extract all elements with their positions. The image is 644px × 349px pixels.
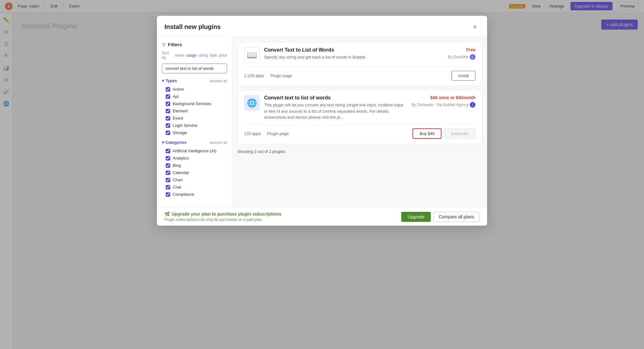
- type-event[interactable]: Event: [162, 115, 227, 122]
- plugin-1-icon: 📖: [244, 47, 260, 63]
- plugin-1-info: Convert Text to List of Words Specify an…: [264, 47, 443, 60]
- plugin-2-stats: 129 apps Plugin page: [244, 131, 289, 136]
- plugin-2-icon: 🌐: [244, 95, 260, 111]
- type-api-checkbox[interactable]: [166, 94, 170, 99]
- sort-price[interactable]: price: [219, 53, 227, 58]
- plugin-2-info: Convert text to list of words This plugi…: [264, 95, 407, 121]
- sort-usage[interactable]: usage: [186, 53, 197, 58]
- upgrade-main-text: 🌿 Upgrade your plan to purchase plugin s…: [164, 211, 281, 217]
- categories-title[interactable]: Categories: [162, 140, 186, 145]
- showing-count: Showing 2 out of 2 plugins: [237, 148, 482, 158]
- modal-header: Install new plugins ×: [157, 16, 487, 37]
- cat-calendar[interactable]: Calendar: [162, 169, 227, 176]
- plugin-card-1-top: 📖 Convert Text to List of Words Specify …: [244, 47, 475, 63]
- plugin-results: 📖 Convert Text to List of Words Specify …: [232, 37, 487, 226]
- sort-date[interactable]: date: [210, 53, 217, 58]
- cat-ai[interactable]: Artificial Intelligence (AI): [162, 147, 227, 155]
- cat-analytics-checkbox[interactable]: [166, 156, 170, 160]
- upgrade-button[interactable]: Upgrade: [401, 212, 431, 222]
- plugin-2-price: $40 once or $4/month: [430, 95, 475, 100]
- plugin-card-2-top: 🌐 Convert text to list of words This plu…: [244, 95, 475, 121]
- type-element[interactable]: Element: [162, 107, 227, 115]
- cat-blog-checkbox[interactable]: [166, 163, 170, 168]
- type-background-services[interactable]: Background Services: [162, 100, 227, 107]
- upgrade-sub-text: Plugin subscriptions can only be purchas…: [164, 217, 281, 222]
- cat-chat-checkbox[interactable]: [166, 185, 170, 189]
- cat-compliance-checkbox[interactable]: [166, 192, 170, 197]
- categories-chevron: [162, 140, 164, 145]
- plugin-2-page-link[interactable]: Plugin page: [267, 131, 289, 136]
- upgrade-bar: 🌿 Upgrade your plan to purchase plugin s…: [157, 207, 487, 226]
- types-deselect-all[interactable]: deselect all: [210, 79, 227, 83]
- modal-title: Install new plugins: [164, 23, 221, 31]
- plugin-2-desc: This plugin will let you convert any tex…: [264, 102, 407, 121]
- filter-icon: ▽: [162, 42, 165, 47]
- type-element-checkbox[interactable]: [166, 109, 170, 113]
- plugin-1-stats: 1,228 apps Plugin page: [244, 73, 292, 78]
- plugin-card-2: 🌐 Convert text to list of words This plu…: [237, 90, 482, 144]
- plugin-1-desc: Specify any string and get back a list o…: [264, 54, 443, 60]
- plugin-search-input[interactable]: [162, 64, 227, 73]
- plugin-1-page-link[interactable]: Plugin page: [270, 73, 292, 78]
- cat-compliance[interactable]: Compliance: [162, 191, 227, 198]
- categories-section-header: Categories deselect all: [162, 140, 227, 145]
- type-api[interactable]: Api: [162, 93, 227, 100]
- types-chevron: [162, 78, 164, 83]
- plugin-1-avatar: E: [470, 54, 475, 60]
- type-background-checkbox[interactable]: [166, 102, 170, 106]
- plugin-2-by: By Zeroqode · Top Bubble Agency Z: [412, 102, 475, 108]
- plugin-1-by: By Evanlittle E: [448, 54, 475, 60]
- plugin-1-install-button[interactable]: Install: [452, 71, 475, 81]
- categories-deselect-all[interactable]: deselect all: [210, 141, 227, 144]
- type-storage-checkbox[interactable]: [166, 131, 170, 135]
- type-action-checkbox[interactable]: [166, 87, 170, 92]
- install-plugins-modal: Install new plugins × ▽ Filters Sort by …: [157, 16, 487, 226]
- plugin-2-name: Convert text to list of words: [264, 95, 407, 101]
- upgrade-icon: 🌿: [164, 211, 170, 217]
- plugin-2-buy-button[interactable]: Buy $40: [413, 128, 441, 139]
- plugin-1-apps: 1,228 apps: [244, 73, 264, 78]
- type-action[interactable]: Action: [162, 86, 227, 93]
- filters-label: Filters: [168, 42, 182, 47]
- plugin-2-avatar: Z: [470, 102, 475, 108]
- modal-body: ▽ Filters Sort by name usage rating date…: [157, 37, 487, 226]
- plugin-1-name: Convert Text to List of Words: [264, 47, 443, 53]
- types-section-header: Types deselect all: [162, 78, 227, 83]
- type-login-service[interactable]: Login Service: [162, 122, 227, 129]
- cat-calendar-checkbox[interactable]: [166, 171, 170, 175]
- filter-sidebar: ▽ Filters Sort by name usage rating date…: [157, 37, 232, 226]
- compare-plans-button[interactable]: Compare all plans: [433, 212, 480, 222]
- modal-overlay: Install new plugins × ▽ Filters Sort by …: [0, 0, 644, 349]
- types-title[interactable]: Types: [162, 78, 177, 83]
- type-storage[interactable]: Storage: [162, 129, 227, 136]
- sort-by-label: Sort by: [162, 51, 173, 60]
- cat-chat[interactable]: Chat: [162, 183, 227, 191]
- type-login-checkbox[interactable]: [166, 123, 170, 128]
- plugin-2-subscribe-button[interactable]: Subscribe: [444, 128, 475, 139]
- sort-name[interactable]: name: [175, 53, 184, 58]
- sort-row: Sort by name usage rating date price: [162, 51, 227, 60]
- sort-rating[interactable]: rating: [198, 53, 208, 58]
- plugin-2-actions: Buy $40 Subscribe: [413, 128, 475, 139]
- cat-blog[interactable]: Blog: [162, 162, 227, 169]
- cat-chart[interactable]: Chart: [162, 176, 227, 183]
- upgrade-actions: Upgrade Compare all plans: [401, 212, 480, 222]
- modal-close-button[interactable]: ×: [470, 22, 480, 31]
- plugin-1-footer: 1,228 apps Plugin page Install: [244, 67, 475, 81]
- plugin-card-1: 📖 Convert Text to List of Words Specify …: [237, 42, 482, 86]
- plugin-2-apps: 129 apps: [244, 131, 261, 136]
- plugin-1-price: Free: [466, 47, 475, 52]
- plugin-2-footer: 129 apps Plugin page Buy $40 Subscribe: [244, 124, 475, 139]
- cat-chart-checkbox[interactable]: [166, 178, 170, 182]
- cat-ai-checkbox[interactable]: [166, 149, 170, 153]
- filter-header: ▽ Filters: [162, 42, 227, 47]
- cat-analytics[interactable]: Analytics: [162, 155, 227, 162]
- type-event-checkbox[interactable]: [166, 116, 170, 121]
